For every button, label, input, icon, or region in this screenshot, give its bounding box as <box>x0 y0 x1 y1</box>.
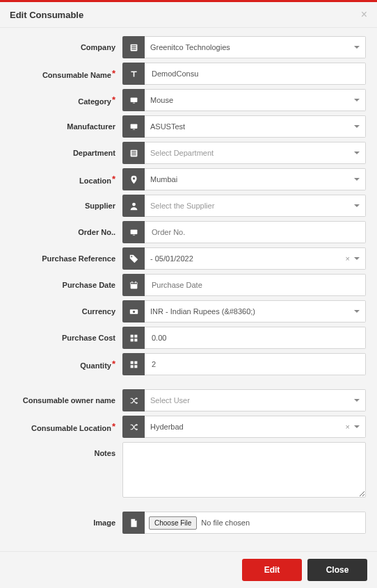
consumable-name-input[interactable] <box>145 63 366 85</box>
label-location: Location* <box>4 168 122 186</box>
label-company: Company <box>4 36 122 51</box>
label-department: Department <box>4 142 122 157</box>
row-notes: Notes <box>4 442 366 498</box>
owner-name-select[interactable]: Select User <box>145 389 366 411</box>
file-status-text: No file chosen <box>201 518 250 527</box>
label-consumable-name: Consumable Name* <box>4 63 122 80</box>
label-notes: Notes <box>4 442 122 457</box>
chevron-down-icon <box>354 125 360 128</box>
svg-rect-17 <box>130 282 137 284</box>
list-icon <box>122 142 145 164</box>
shuffle-icon <box>122 416 145 438</box>
row-owner-name: Consumable owner name Select User <box>4 389 366 411</box>
text-icon <box>122 63 145 85</box>
row-location: Location* Mumbai <box>4 168 366 190</box>
modal-header: Edit Consumable × <box>0 2 377 28</box>
modal-footer: Edit Close <box>0 551 377 588</box>
money-icon <box>122 300 145 322</box>
label-order-no: Order No.. <box>4 221 122 236</box>
label-manufacturer: Manufacturer <box>4 115 122 131</box>
quantity-input[interactable] <box>145 353 366 375</box>
monitor-icon <box>122 221 145 243</box>
svg-rect-29 <box>134 365 137 368</box>
chevron-down-icon <box>354 152 360 154</box>
svg-rect-9 <box>131 151 136 152</box>
label-category: Category* <box>4 89 122 106</box>
svg-rect-28 <box>130 365 133 368</box>
consumable-location-select[interactable]: Hyderbad× <box>145 416 366 438</box>
row-image: Image Choose File No file chosen <box>4 512 366 534</box>
modal-body: Company Greenitco Technologies Consumabl… <box>0 28 377 542</box>
chevron-down-icon <box>354 310 360 313</box>
category-select[interactable]: Mouse <box>145 89 366 111</box>
row-quantity: Quantity* <box>4 353 366 375</box>
calendar-icon <box>122 274 145 296</box>
row-consumable-name: Consumable Name* <box>4 63 366 85</box>
label-currency: Currency <box>4 300 122 316</box>
order-no-input[interactable] <box>145 221 366 243</box>
shuffle-icon <box>122 389 145 411</box>
svg-rect-24 <box>130 338 133 341</box>
close-button[interactable]: Close <box>307 559 367 581</box>
svg-point-15 <box>131 256 132 257</box>
svg-rect-5 <box>132 102 134 103</box>
location-select[interactable]: Mumbai <box>145 168 366 190</box>
notes-textarea[interactable] <box>122 442 366 498</box>
label-supplier: Supplier <box>4 195 122 210</box>
svg-rect-27 <box>134 361 137 364</box>
label-purchase-cost: Purchase Cost <box>4 327 122 342</box>
svg-rect-6 <box>130 124 137 129</box>
edit-button[interactable]: Edit <box>242 559 302 581</box>
row-manufacturer: Manufacturer ASUSTest <box>4 115 366 138</box>
manufacturer-select[interactable]: ASUSTest <box>145 115 366 138</box>
close-icon[interactable]: × <box>361 9 367 20</box>
monitor-icon <box>122 115 145 138</box>
chevron-down-icon <box>354 99 360 101</box>
list-icon <box>122 36 145 58</box>
row-department: Department Select Department <box>4 142 366 164</box>
monitor-icon <box>122 89 145 111</box>
label-purchase-date: Purchase Date <box>4 274 122 289</box>
row-category: Category* Mouse <box>4 89 366 111</box>
row-consumable-location: Consumable Location* Hyderbad× <box>4 416 366 438</box>
file-icon <box>122 512 145 534</box>
purchase-reference-select[interactable]: - 05/01/2022× <box>145 247 366 270</box>
purchase-cost-input[interactable] <box>145 327 366 349</box>
choose-file-button[interactable]: Choose File <box>149 516 197 530</box>
tag-icon <box>122 247 145 270</box>
svg-point-12 <box>132 202 136 206</box>
purchase-date-input[interactable] <box>145 274 366 296</box>
label-quantity: Quantity* <box>4 353 122 370</box>
row-currency: Currency INR - Indian Rupees (&#8360;) <box>4 300 366 322</box>
svg-rect-22 <box>130 334 133 337</box>
department-select[interactable]: Select Department <box>145 142 366 164</box>
chevron-down-icon <box>354 257 360 260</box>
row-purchase-date: Purchase Date <box>4 274 366 296</box>
chevron-down-icon <box>354 204 360 207</box>
modal-title: Edit Consumable <box>10 10 83 20</box>
chevron-down-icon <box>354 178 360 181</box>
svg-rect-7 <box>132 129 134 129</box>
label-image: Image <box>4 512 122 527</box>
chevron-down-icon <box>354 425 360 428</box>
svg-rect-13 <box>130 229 137 234</box>
grid-icon <box>122 353 145 375</box>
row-purchase-cost: Purchase Cost <box>4 327 366 349</box>
map-pin-icon <box>122 168 145 190</box>
label-purchase-reference: Purchase Reference <box>4 247 122 263</box>
company-select[interactable]: Greenitco Technologies <box>145 36 366 58</box>
svg-rect-23 <box>134 334 137 337</box>
svg-point-21 <box>132 310 134 312</box>
row-supplier: Supplier Select the Supplier <box>4 195 366 217</box>
svg-rect-3 <box>131 49 136 49</box>
svg-rect-1 <box>131 45 136 46</box>
image-file-input[interactable]: Choose File No file chosen <box>145 512 366 534</box>
chevron-down-icon <box>354 399 360 402</box>
clear-icon[interactable]: × <box>346 254 350 263</box>
supplier-select[interactable]: Select the Supplier <box>145 195 366 217</box>
chevron-down-icon <box>354 46 360 49</box>
currency-select[interactable]: INR - Indian Rupees (&#8360;) <box>145 300 366 322</box>
svg-rect-11 <box>131 154 136 155</box>
svg-rect-10 <box>131 152 136 153</box>
clear-icon[interactable]: × <box>346 423 350 431</box>
